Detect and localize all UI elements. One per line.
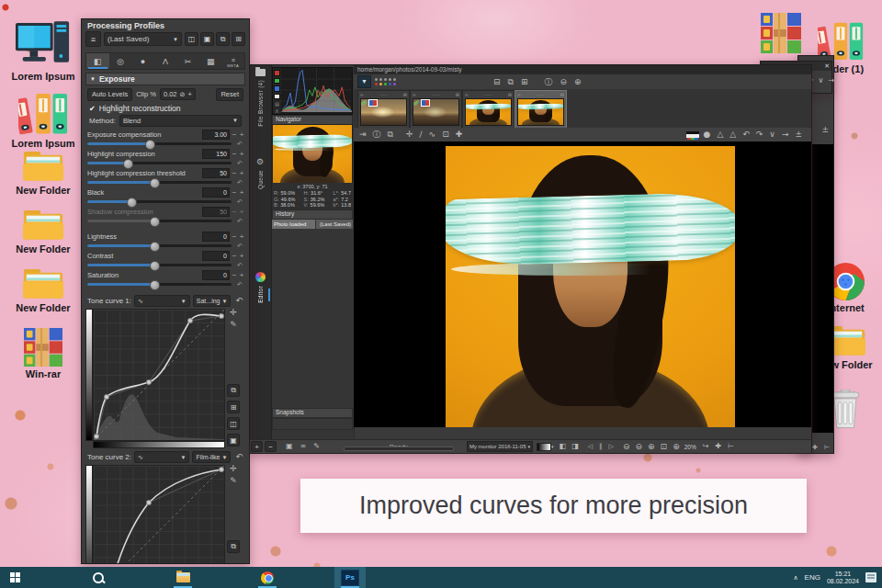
- copy-icon[interactable]: ⧉: [508, 78, 514, 86]
- color-management-icon[interactable]: [686, 131, 699, 138]
- monitor-profile-select[interactable]: My monitor 2016-11-05 ▾: [467, 441, 533, 452]
- profile-list-icon[interactable]: ≡: [85, 31, 101, 47]
- desktop-icon-folder[interactable]: New Folder: [9, 208, 77, 254]
- module-tab-transform[interactable]: ✂: [176, 53, 199, 69]
- decrement-icon[interactable]: −: [232, 169, 237, 177]
- history-saved-tag[interactable]: (Last Saved): [316, 220, 353, 229]
- flip-h-icon[interactable]: →: [828, 77, 834, 85]
- folder-profile-icon[interactable]: ◫: [185, 32, 198, 46]
- increment-icon[interactable]: +: [239, 208, 244, 216]
- module-tab-raw[interactable]: ▦: [199, 53, 222, 69]
- filmstrip-thumbnail[interactable]: ∞·····⊟ ✔: [410, 90, 462, 129]
- copy-profile-icon[interactable]: ⧉: [216, 32, 230, 46]
- clock[interactable]: 15:21 08.02.2024: [827, 571, 859, 585]
- start-button[interactable]: [0, 567, 31, 588]
- zoom-out-icon[interactable]: ⊖: [623, 443, 630, 451]
- curve-mode-select[interactable]: Film-like▼: [192, 451, 231, 463]
- pin-icon[interactable]: ±: [821, 126, 829, 134]
- reset-icon[interactable]: ↶: [237, 243, 244, 250]
- slider-track[interactable]: [87, 283, 232, 286]
- taskbar-photoshop[interactable]: Ps: [334, 567, 366, 588]
- save-icon[interactable]: ▣: [286, 443, 293, 450]
- close-icon[interactable]: ✕: [824, 62, 830, 70]
- save-profile-icon[interactable]: ▣: [200, 32, 214, 46]
- filter-icon[interactable]: ▼: [357, 75, 371, 88]
- module-tab-exposure[interactable]: ◧: [86, 53, 109, 69]
- slider-track[interactable]: [87, 181, 232, 184]
- trash-icon[interactable]: ⊟: [493, 78, 501, 86]
- decrement-icon[interactable]: −: [232, 232, 237, 241]
- trash-icon[interactable]: ⊟: [560, 92, 564, 97]
- zoom-out-icon[interactable]: ⊖: [560, 78, 568, 86]
- history-item[interactable]: Photo loaded: [272, 220, 315, 229]
- taskbar-explorer[interactable]: [167, 567, 198, 588]
- copy-icon[interactable]: ⧉: [388, 130, 393, 139]
- tab-file-browser[interactable]: File Browser (4): [249, 69, 271, 127]
- info-icon[interactable]: ⓘ: [373, 130, 381, 139]
- slider-track[interactable]: [87, 162, 232, 164]
- hand-icon[interactable]: ✛: [406, 130, 413, 139]
- slider-contrast[interactable]: Contrast 0 −+ ↶: [87, 251, 244, 270]
- slider-track[interactable]: [87, 244, 232, 247]
- edit-points-icon[interactable]: ✛: [230, 309, 237, 317]
- copy-curve-icon[interactable]: ⧉: [227, 384, 240, 397]
- link-icon[interactable]: ∞: [413, 92, 416, 97]
- load-curve-icon[interactable]: ◫: [227, 417, 240, 430]
- taskbar-chrome[interactable]: [252, 567, 283, 588]
- increment-icon[interactable]: +: [239, 130, 244, 139]
- slider-highlight-compression-threshold[interactable]: Highlight compression threshold 50 −+ ↶: [87, 168, 244, 187]
- reset-icon[interactable]: ↶: [237, 218, 244, 225]
- red-channel-icon[interactable]: [274, 70, 280, 76]
- fit-icon[interactable]: ✚: [812, 445, 818, 451]
- tab-editor[interactable]: Editor: [249, 272, 271, 303]
- highlight-reconstruction-row[interactable]: ✔ Highlight reconstruction: [89, 104, 181, 113]
- left-icon[interactable]: ◁: [588, 444, 593, 450]
- link-icon[interactable]: ∞: [465, 92, 469, 97]
- filmstrip-thumbnail[interactable]: ∞·····⊟ ✔: [357, 90, 410, 129]
- method-select[interactable]: Blend ▼: [119, 115, 242, 127]
- slider-track[interactable]: [87, 220, 232, 222]
- flip-v-icon[interactable]: ∨: [819, 77, 824, 85]
- snapshots-header[interactable]: Snapshots: [272, 408, 353, 418]
- increment-icon[interactable]: +: [239, 232, 244, 241]
- slider-value[interactable]: 50: [202, 207, 230, 217]
- increment-icon[interactable]: +: [239, 150, 244, 158]
- increment-icon[interactable]: +: [239, 271, 244, 279]
- exposure-section-header[interactable]: ▼ Exposure: [85, 73, 245, 85]
- trash-icon[interactable]: ⊟: [508, 92, 512, 97]
- pause-icon[interactable]: ∥: [599, 444, 603, 450]
- curve-mode-select[interactable]: Sat...ing▼: [193, 295, 232, 307]
- edit-points-icon[interactable]: ✛: [230, 465, 237, 473]
- collapse-icon[interactable]: ⇥: [359, 130, 367, 139]
- module-tab-detail[interactable]: ◎: [109, 53, 132, 69]
- history-header[interactable]: History: [272, 209, 353, 220]
- slider-exposure-compensation[interactable]: Exposure compensation 3.00 −+ ↶: [87, 130, 244, 149]
- curve-grid[interactable]: [93, 465, 225, 564]
- dock-icon[interactable]: ⊢: [824, 445, 830, 451]
- pencil-icon[interactable]: ✎: [230, 477, 237, 485]
- zoom-in-icon[interactable]: ⊕: [673, 443, 680, 451]
- paste-curve-icon[interactable]: ⊞: [227, 401, 240, 413]
- auto-levels-button[interactable]: Auto Levels: [87, 88, 132, 101]
- fit-icon[interactable]: ✚: [715, 443, 721, 450]
- tray-chevron-icon[interactable]: ∧: [793, 574, 797, 582]
- pin-icon[interactable]: ±: [795, 130, 802, 139]
- decrement-icon[interactable]: −: [232, 188, 237, 197]
- slider-value[interactable]: 0: [202, 270, 230, 280]
- redo-icon[interactable]: ↷: [756, 130, 763, 139]
- straighten-icon[interactable]: ∕: [420, 130, 423, 139]
- filmstrip-thumbnail[interactable]: ∞·····⊟: [514, 90, 567, 129]
- slider-highlight-compression[interactable]: Highlight compression 150 −+ ↶: [87, 149, 244, 168]
- reset-icon[interactable]: ↶: [235, 297, 243, 305]
- slider-black[interactable]: Black 0 −+ ↶: [87, 187, 244, 207]
- copy-curve-icon[interactable]: ⧉: [227, 540, 240, 553]
- undo-icon[interactable]: ↶: [742, 130, 750, 139]
- rotate-icon[interactable]: ∿: [429, 130, 436, 139]
- module-tab-meta[interactable]: ≡META: [221, 53, 244, 69]
- circle-icon[interactable]: ●: [704, 130, 711, 139]
- slider-value[interactable]: 0: [202, 232, 230, 242]
- reset-button[interactable]: Reset: [216, 88, 243, 101]
- slider-value[interactable]: 50: [202, 168, 230, 178]
- dock-icon[interactable]: ⊢: [728, 443, 734, 450]
- decrement-icon[interactable]: −: [232, 271, 237, 279]
